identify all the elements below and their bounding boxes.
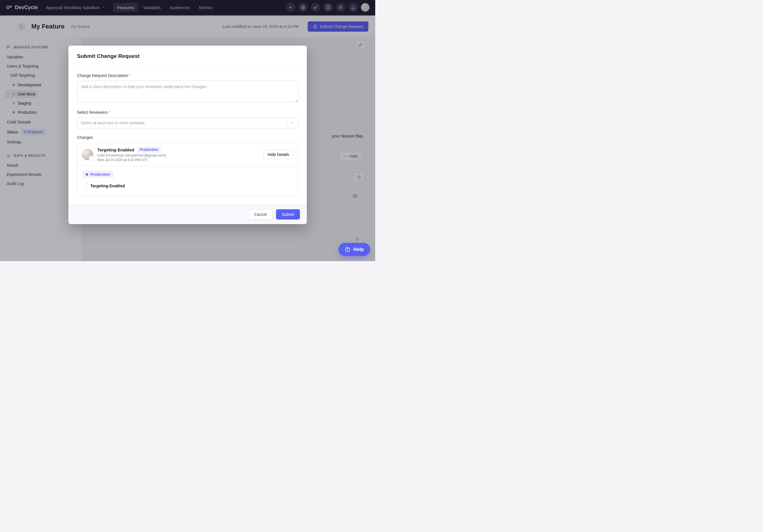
chevron-down-icon [290,121,294,125]
author-avatar [82,149,93,160]
description-label: Change Request Description* [77,73,298,78]
reviewers-select[interactable]: Select at least one or more reviewer. [77,117,298,128]
detail-environment-chip: Production [82,171,113,178]
reviewers-label: Select Reviewers* [77,110,298,115]
required-marker: * [109,110,110,115]
help-fab[interactable]: Help [338,243,370,256]
change-title: Targeting Enabled [97,148,134,152]
changes-card: Targeting Enabled Production Cobi Druxer… [77,143,298,196]
reviewers-placeholder: Select at least one or more reviewer. [81,121,146,125]
hide-details-button[interactable]: Hide Details [264,150,293,159]
dot-icon [86,173,88,176]
submit-change-request-modal: Submit Change Request Change Request Des… [68,46,307,224]
modal-title: Submit Change Request [77,53,298,66]
description-input[interactable] [77,81,298,102]
changes-label: Changes [77,135,298,140]
detail-line: Targeting Enabled [86,182,293,189]
modal-overlay[interactable]: Submit Change Request Change Request Des… [0,0,375,261]
svg-point-19 [347,250,348,251]
help-label: Help [353,247,364,252]
cancel-button[interactable]: Cancel [248,209,273,220]
change-timestamp: Wed Jul 24 2024 at 6:32 PM UTC [97,158,166,162]
change-author: Cobi Druxerman (druxerman@gmail.com) [97,153,166,158]
help-icon [345,247,350,252]
required-marker: * [129,73,130,78]
submit-button[interactable]: Submit [276,209,300,220]
environment-tag: Production [137,147,161,153]
